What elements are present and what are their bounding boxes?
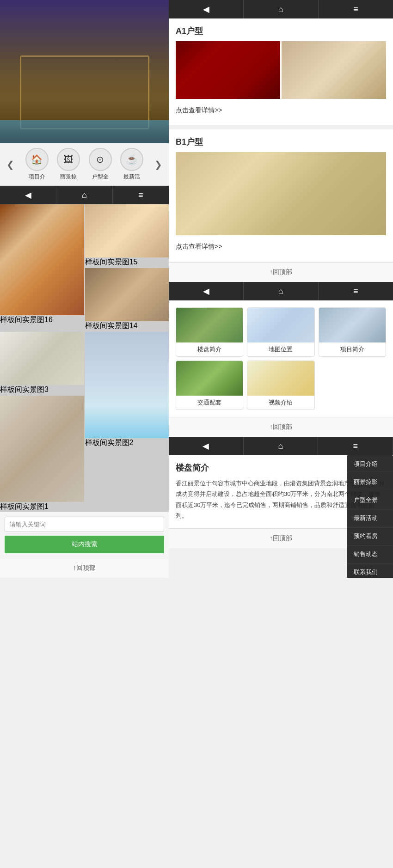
gallery-caption-14: 样板间实景图14 [85, 321, 169, 331]
project-img [319, 308, 386, 342]
menu-label-video: 视频介绍 [269, 396, 293, 410]
nav-label-news: 最新活 [123, 173, 140, 181]
right-nav2-home-icon: ⌂ [278, 287, 283, 296]
b1-detail-link[interactable]: 点击查看详情>> [176, 239, 386, 255]
dropdown-item-0[interactable]: 项目介绍 [347, 455, 393, 473]
menu-item-video[interactable]: 视频介绍 [247, 361, 314, 410]
right-nav3-home[interactable]: ⌂ [244, 437, 319, 455]
video-img [247, 361, 314, 396]
right-nav-home[interactable]: ⌂ [244, 0, 319, 18]
left-nav-back[interactable]: ◀ [0, 186, 56, 204]
nav-item-project[interactable]: 🏠 项目介 [25, 148, 49, 181]
menu-label-project: 项目简介 [340, 342, 364, 356]
left-bottom-nav: ◀ ⌂ ≡ [0, 186, 169, 204]
a1-img-left [176, 41, 280, 99]
search-input[interactable] [5, 517, 164, 532]
floorplan-icon: ⊙ [89, 148, 112, 171]
right-nav-menu[interactable]: ≡ [319, 0, 393, 18]
gallery-item-3[interactable]: 样板间实景图3 [0, 332, 84, 395]
right-nav2-menu-icon: ≡ [353, 287, 358, 296]
right-back-icon: ◀ [203, 4, 209, 14]
nav-label-gallery: 丽景掠 [60, 173, 77, 181]
gallery-img-3 [0, 332, 84, 385]
gallery-item-15[interactable]: 样板间实景图15 [85, 204, 169, 267]
aerial-img [176, 308, 243, 342]
right-nav2-back-icon: ◀ [203, 286, 209, 296]
gallery-caption-1: 样板间实景图1 [0, 502, 84, 512]
nav-label-floorplan: 户型全 [92, 173, 109, 181]
right-back-to-top-1[interactable]: ↑回顶部 [169, 262, 393, 282]
map-img [247, 308, 314, 342]
gallery-item-1[interactable]: 样板间实景图1 [0, 396, 84, 512]
nav-item-floorplan[interactable]: ⊙ 户型全 [89, 148, 112, 181]
dropdown-item-2[interactable]: 户型全景 [347, 491, 393, 509]
nav-next-arrow[interactable]: ❯ [152, 159, 165, 170]
menu-item-map[interactable]: 地图位置 [247, 307, 314, 357]
right-nav3-home-icon: ⌂ [278, 441, 283, 451]
gallery-img-14 [85, 268, 169, 321]
traffic-img [176, 361, 243, 396]
right-nav2-back[interactable]: ◀ [169, 282, 244, 300]
dropdown-item-4[interactable]: 预约看房 [347, 527, 393, 545]
dropdown-menu: 项目介绍 丽景掠影 户型全景 最新活动 预约看房 销售动态 联系我们 [347, 455, 393, 578]
right-nav3-back-icon: ◀ [203, 441, 209, 451]
gallery-img-15 [85, 204, 169, 257]
home-icon: 🏠 [25, 148, 49, 171]
right-home-icon: ⌂ [278, 5, 283, 14]
right-menu-icon: ≡ [353, 5, 358, 14]
nav-label-project: 项目介 [29, 173, 45, 181]
right-nav-2: ◀ ⌂ ≡ [169, 282, 393, 300]
b1-img [176, 152, 386, 235]
news-icon: ☕ [120, 148, 143, 171]
gallery-item-2[interactable]: 样板间实景图2 [85, 332, 169, 512]
menu-item-project[interactable]: 项目简介 [319, 307, 386, 357]
menu-label-traffic: 交通配套 [197, 396, 221, 410]
gallery-caption-2: 样板间实景图2 [85, 438, 169, 448]
gallery-item-14[interactable]: 样板间实景图14 [85, 268, 169, 331]
gallery-img-1 [0, 396, 84, 502]
search-area: 站内搜索 [0, 512, 169, 558]
menu-label-map: 地图位置 [269, 342, 293, 356]
right-nav3-back[interactable]: ◀ [169, 437, 244, 455]
right-nav3-menu[interactable]: ≡ [318, 437, 393, 455]
property-menu-grid: 楼盘简介 地图位置 项目简介 交通配套 视频介绍 [169, 300, 393, 417]
dropdown-item-6[interactable]: 联系我们 [347, 563, 393, 578]
nav-item-news[interactable]: ☕ 最新活 [120, 148, 143, 181]
gallery-img-2 [85, 332, 169, 438]
menu-item-traffic[interactable]: 交通配套 [176, 361, 243, 410]
gallery-caption-3: 样板间实景图3 [0, 385, 84, 395]
right-back-to-top-2[interactable]: ↑回顶部 [169, 417, 393, 437]
a1-images [176, 41, 386, 99]
search-button[interactable]: 站内搜索 [5, 536, 164, 553]
home-nav-icon: ⌂ [82, 190, 87, 200]
menu-item-loupan[interactable]: 楼盘简介 [176, 307, 243, 357]
a1-title: A1户型 [176, 25, 386, 37]
gallery-img-16 [0, 204, 84, 315]
gallery-icon: 🖼 [57, 148, 80, 171]
right-nav3-menu-icon: ≡ [353, 441, 358, 451]
menu-label-loupan: 楼盘简介 [197, 342, 221, 356]
a1-section: A1户型 点击查看详情>> [169, 18, 393, 126]
a1-detail-link[interactable]: 点击查看详情>> [176, 103, 386, 118]
icon-nav: ❮ 🏠 项目介 🖼 丽景掠 ⊙ 户型全 ☕ 最新活 ❯ [0, 143, 169, 186]
dropdown-item-1[interactable]: 丽景掠影 [347, 473, 393, 491]
right-nav2-home[interactable]: ⌂ [244, 282, 319, 300]
right-nav-3: ◀ ⌂ ≡ 项目介绍 丽景掠影 户型全景 最新活动 预约看房 销售动态 联系我们 [169, 437, 393, 455]
dropdown-item-5[interactable]: 销售动态 [347, 545, 393, 563]
a1-img-right [282, 41, 386, 99]
b1-title: B1户型 [176, 136, 386, 147]
gallery-caption-15: 样板间实景图15 [85, 257, 169, 267]
right-nav2-menu[interactable]: ≡ [319, 282, 393, 300]
dropdown-item-3[interactable]: 最新活动 [347, 509, 393, 527]
left-back-to-top[interactable]: ↑回顶部 [0, 558, 169, 578]
left-nav-home[interactable]: ⌂ [56, 186, 113, 204]
left-nav-menu[interactable]: ≡ [113, 186, 169, 204]
hero-image [0, 0, 169, 143]
b1-section: B1户型 点击查看详情>> [169, 129, 393, 262]
right-top-nav: ◀ ⌂ ≡ [169, 0, 393, 18]
gallery-caption-16: 样板间实景图16 [0, 315, 84, 325]
nav-prev-arrow[interactable]: ❮ [4, 159, 17, 170]
gallery-item-16[interactable]: 样板间实景图16 [0, 204, 84, 331]
nav-item-gallery[interactable]: 🖼 丽景掠 [57, 148, 80, 181]
right-nav-back[interactable]: ◀ [169, 0, 244, 18]
